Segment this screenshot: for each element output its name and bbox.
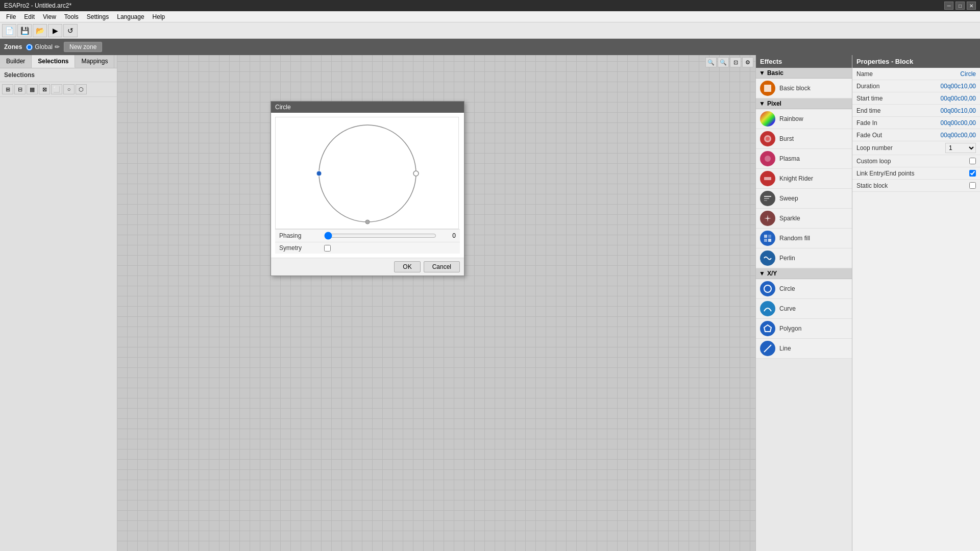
zoom-in-button[interactable]: 🔍 xyxy=(705,57,717,67)
dialog-ok-button[interactable]: OK xyxy=(394,261,420,272)
phasing-slider[interactable] xyxy=(324,232,436,240)
perlin-label: Perlin xyxy=(779,255,795,262)
prop-loop-row: Loop number 123 xyxy=(852,141,980,155)
grid-tool-4[interactable]: ⊠ xyxy=(39,84,50,94)
settings-button[interactable]: ⚙ xyxy=(742,57,753,67)
perlin-icon xyxy=(760,251,775,266)
dialog-cancel-button[interactable]: Cancel xyxy=(424,261,460,272)
effect-perlin[interactable]: Perlin xyxy=(756,248,852,268)
close-button[interactable]: ✕ xyxy=(967,2,976,10)
line-label: Line xyxy=(779,345,791,352)
prop-linkentry-row: Link Entry/End points xyxy=(852,167,980,180)
edit-icon[interactable]: ✏ xyxy=(55,43,60,51)
prop-end-row: End time 00q00c10,00 xyxy=(852,105,980,117)
prop-customloop-checkbox[interactable] xyxy=(969,158,976,164)
prop-duration-label: Duration xyxy=(856,83,941,90)
svg-point-2 xyxy=(413,171,419,176)
symetry-label: Symetry xyxy=(279,244,320,252)
prop-duration-value[interactable]: 00q00c10,00 xyxy=(941,83,976,90)
effect-plasma[interactable]: Plasma xyxy=(756,149,852,169)
prop-start-value[interactable]: 00q00c00,00 xyxy=(941,95,976,102)
curve-icon xyxy=(760,301,775,316)
tab-mappings[interactable]: Mappings xyxy=(75,55,114,68)
global-radio-input[interactable] xyxy=(26,44,33,51)
prop-linkentry-label: Link Entry/End points xyxy=(856,170,969,177)
burst-icon xyxy=(760,131,775,146)
dialog-title: Circle xyxy=(275,104,291,111)
prop-loop-select[interactable]: 123 xyxy=(945,143,976,153)
prop-staticblock-row: Static block xyxy=(852,180,980,192)
grid-tool-3[interactable]: ▦ xyxy=(27,84,38,94)
effect-circle[interactable]: Circle xyxy=(756,279,852,299)
effect-line[interactable]: Line xyxy=(756,339,852,359)
effect-curve[interactable]: Curve xyxy=(756,299,852,319)
titlebar-title: ESAPro2 - Untitled.arc2* xyxy=(4,2,71,9)
dialog-canvas xyxy=(275,117,459,229)
menu-help[interactable]: Help xyxy=(149,12,169,21)
effects-section-basic[interactable]: ▼ Basic xyxy=(756,68,852,79)
grid-tool-1[interactable]: ⊞ xyxy=(2,84,13,94)
svg-rect-11 xyxy=(764,200,767,201)
toolbar-save[interactable]: 💾 xyxy=(17,24,32,37)
svg-marker-18 xyxy=(764,325,771,332)
prop-name-value[interactable]: Circle xyxy=(960,70,976,78)
menu-settings[interactable]: Settings xyxy=(83,12,113,21)
effect-sweep[interactable]: Sweep xyxy=(756,189,852,209)
toolbar-new[interactable]: 📄 xyxy=(2,24,16,37)
shape-tool-1[interactable]: ○ xyxy=(63,84,75,94)
zones-label: Zones xyxy=(4,43,22,51)
effect-rainbow[interactable]: Rainbow xyxy=(756,109,852,129)
svg-rect-14 xyxy=(768,235,771,238)
menu-view[interactable]: View xyxy=(39,12,60,21)
dialog-buttons: OK Cancel xyxy=(271,258,464,276)
symetry-checkbox[interactable] xyxy=(324,245,331,252)
shape-tool-2[interactable]: ⬡ xyxy=(76,84,87,94)
curve-label: Curve xyxy=(779,305,796,312)
new-zone-button[interactable]: New zone xyxy=(64,42,102,52)
grid-tool-5[interactable]: ⬜ xyxy=(51,84,62,94)
zones-global-radio[interactable]: Global ✏ xyxy=(26,43,60,51)
menu-edit[interactable]: Edit xyxy=(20,12,39,21)
prop-fadein-value[interactable]: 00q00c00,00 xyxy=(941,119,976,127)
effect-random-fill[interactable]: Random fill xyxy=(756,229,852,248)
collapse-xy-icon: ▼ xyxy=(759,270,765,277)
dialog-titlebar[interactable]: Circle xyxy=(271,102,464,113)
svg-point-1 xyxy=(316,171,322,176)
maximize-button[interactable]: □ xyxy=(955,2,965,10)
prop-fadeout-row: Fade Out 00q00c00,00 xyxy=(852,129,980,141)
zoom-out-button[interactable]: 🔍 xyxy=(718,57,729,67)
prop-end-label: End time xyxy=(856,107,941,114)
effect-polygon[interactable]: Polygon xyxy=(756,319,852,339)
effects-section-pixel[interactable]: ▼ Pixel xyxy=(756,98,852,109)
toolbar-open[interactable]: 📂 xyxy=(33,24,47,37)
prop-fadeout-label: Fade Out xyxy=(856,132,941,139)
effect-sparkle[interactable]: Sparkle xyxy=(756,209,852,229)
menu-language[interactable]: Language xyxy=(113,12,148,21)
toolbar-play[interactable]: ▶ xyxy=(48,24,62,37)
minimize-button[interactable]: ─ xyxy=(944,2,953,10)
effect-burst[interactable]: Burst xyxy=(756,129,852,149)
prop-end-value[interactable]: 00q00c10,00 xyxy=(941,107,976,114)
effects-section-xy[interactable]: ▼ X/Y xyxy=(756,268,852,279)
menu-tools[interactable]: Tools xyxy=(60,12,83,21)
prop-start-row: Start time 00q00c00,00 xyxy=(852,92,980,105)
zoom-fit-button[interactable]: ⊡ xyxy=(730,57,741,67)
sweep-icon xyxy=(760,191,775,206)
svg-point-7 xyxy=(765,156,771,162)
tab-builder[interactable]: Builder xyxy=(0,55,32,68)
dialog-body: Phasing 0 Symetry xyxy=(271,113,464,258)
knight-rider-icon xyxy=(760,171,775,186)
prop-fadeout-value[interactable]: 00q00c00,00 xyxy=(941,132,976,139)
svg-rect-13 xyxy=(764,235,767,238)
menu-file[interactable]: File xyxy=(2,12,20,21)
prop-linkentry-checkbox[interactable] xyxy=(969,170,976,177)
grid-tool-2[interactable]: ⊟ xyxy=(14,84,26,94)
circle-dialog: Circle xyxy=(271,101,464,276)
svg-point-17 xyxy=(764,285,771,292)
effect-basic-block[interactable]: Basic block xyxy=(756,79,852,98)
tab-selections[interactable]: Selections xyxy=(32,55,75,68)
prop-staticblock-checkbox[interactable] xyxy=(969,182,976,189)
toolbar-refresh[interactable]: ↺ xyxy=(63,24,78,37)
effect-knight-rider[interactable]: Knight Rider xyxy=(756,169,852,189)
svg-rect-4 xyxy=(764,85,771,92)
